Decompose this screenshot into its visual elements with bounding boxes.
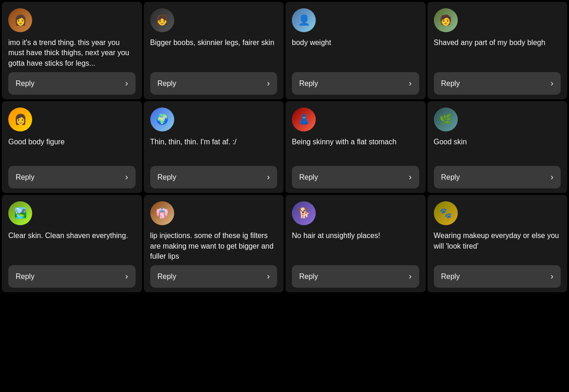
card-header: 👩 (8, 8, 136, 32)
comment-text: body weight (292, 38, 419, 68)
avatar: 👤 (292, 8, 316, 32)
reply-button[interactable]: Reply › (292, 265, 419, 288)
comment-text: imo it's a trend thing. this year you mu… (8, 38, 136, 68)
comment-text: Being skinny with a flat stomach (292, 137, 419, 162)
card-header: 🐾 (434, 201, 561, 225)
chevron-right-icon: › (409, 272, 412, 281)
avatar: 👗 (292, 108, 316, 131)
card-header: 🧑 (434, 8, 561, 32)
avatar-image: 👘 (150, 201, 174, 225)
chevron-right-icon: › (409, 172, 412, 182)
comment-text: Good body figure (8, 137, 136, 162)
avatar-image: 🌍 (150, 108, 174, 131)
card-header: 🌿 (434, 108, 561, 131)
avatar-image: 🐾 (434, 201, 458, 225)
card-header: 👩 (8, 108, 136, 131)
comment-grid: 👩 imo it's a trend thing. this year you … (0, 0, 569, 294)
reply-label: Reply (299, 273, 318, 281)
avatar: 👘 (150, 201, 174, 225)
comment-card-5: 👩 Good body figure Reply › (2, 101, 142, 193)
comment-card-7: 👗 Being skinny with a flat stomach Reply… (285, 101, 426, 193)
comment-text: Bigger boobs, skinnier legs, fairer skin (150, 38, 278, 68)
reply-label: Reply (299, 80, 318, 88)
card-header: 👧 (150, 8, 278, 32)
avatar: 🌿 (434, 108, 458, 131)
comment-text: Good skin (434, 137, 561, 162)
avatar-image: 👩 (8, 108, 32, 131)
reply-button[interactable]: Reply › (8, 166, 136, 188)
comment-card-3: 👤 body weight Reply › (285, 2, 426, 99)
chevron-right-icon: › (551, 272, 553, 281)
card-header: 👘 (150, 201, 278, 225)
comment-card-1: 👩 imo it's a trend thing. this year you … (2, 2, 142, 99)
reply-button[interactable]: Reply › (434, 265, 561, 288)
reply-button[interactable]: Reply › (150, 72, 278, 95)
reply-label: Reply (441, 80, 460, 88)
reply-button[interactable]: Reply › (150, 166, 278, 188)
reply-button[interactable]: Reply › (292, 166, 419, 188)
comment-card-11: 🐕 No hair at unsightly places! Reply › (285, 195, 426, 292)
chevron-right-icon: › (409, 79, 412, 88)
chevron-right-icon: › (267, 79, 270, 88)
avatar-image: 👧 (150, 8, 174, 32)
avatar: 🌍 (150, 108, 174, 131)
comment-card-8: 🌿 Good skin Reply › (427, 101, 568, 193)
avatar: 🐕 (292, 201, 316, 225)
comment-card-9: 🏞️ Clear skin. Clean shaven everything. … (2, 195, 142, 292)
comment-text: lip injections. some of these ig filters… (150, 231, 278, 261)
chevron-right-icon: › (125, 172, 128, 182)
comment-text: Shaved any part of my body blegh (434, 38, 561, 68)
avatar-image: 🐕 (292, 201, 316, 225)
card-header: 🐕 (292, 201, 419, 225)
reply-label: Reply (16, 80, 34, 88)
avatar: 👧 (150, 8, 174, 32)
comment-text: Wearing makeup everyday or else you will… (434, 231, 561, 261)
reply-button[interactable]: Reply › (8, 72, 136, 95)
avatar: 🏞️ (8, 201, 32, 225)
comment-card-6: 🌍 Thin, thin, thin. I'm fat af. :/ Reply… (144, 101, 284, 193)
avatar: 👩 (8, 108, 32, 131)
chevron-right-icon: › (551, 79, 553, 88)
avatar-image: 🏞️ (8, 201, 32, 225)
reply-button[interactable]: Reply › (292, 72, 419, 95)
chevron-right-icon: › (267, 272, 270, 281)
chevron-right-icon: › (125, 272, 128, 281)
avatar-image: 👩 (8, 8, 32, 32)
reply-label: Reply (299, 173, 318, 182)
reply-label: Reply (441, 273, 460, 281)
comment-text: Clear skin. Clean shaven everything. (8, 231, 136, 261)
chevron-right-icon: › (267, 172, 270, 182)
card-header: 🌍 (150, 108, 278, 131)
reply-label: Reply (441, 173, 460, 182)
reply-label: Reply (16, 273, 34, 281)
comment-card-10: 👘 lip injections. some of these ig filte… (144, 195, 284, 292)
reply-label: Reply (158, 273, 176, 281)
reply-button[interactable]: Reply › (434, 72, 561, 95)
avatar-image: 👤 (292, 8, 316, 32)
comment-card-4: 🧑 Shaved any part of my body blegh Reply… (427, 2, 568, 99)
card-header: 👤 (292, 8, 419, 32)
reply-button[interactable]: Reply › (8, 265, 136, 288)
comment-text: Thin, thin, thin. I'm fat af. :/ (150, 137, 278, 162)
reply-label: Reply (16, 173, 34, 182)
reply-label: Reply (158, 80, 176, 88)
reply-button[interactable]: Reply › (150, 265, 278, 288)
avatar-image: 🌿 (434, 108, 458, 131)
avatar-image: 👗 (292, 108, 316, 131)
chevron-right-icon: › (125, 79, 128, 88)
card-header: 🏞️ (8, 201, 136, 225)
avatar: 👩 (8, 8, 32, 32)
comment-card-2: 👧 Bigger boobs, skinnier legs, fairer sk… (144, 2, 284, 99)
avatar: 🧑 (434, 8, 458, 32)
comment-card-12: 🐾 Wearing makeup everyday or else you wi… (427, 195, 568, 292)
comment-text: No hair at unsightly places! (292, 231, 419, 261)
card-header: 👗 (292, 108, 419, 131)
avatar: 🐾 (434, 201, 458, 225)
avatar-image: 🧑 (434, 8, 458, 32)
chevron-right-icon: › (551, 172, 553, 182)
reply-label: Reply (158, 173, 176, 182)
reply-button[interactable]: Reply › (434, 166, 561, 188)
